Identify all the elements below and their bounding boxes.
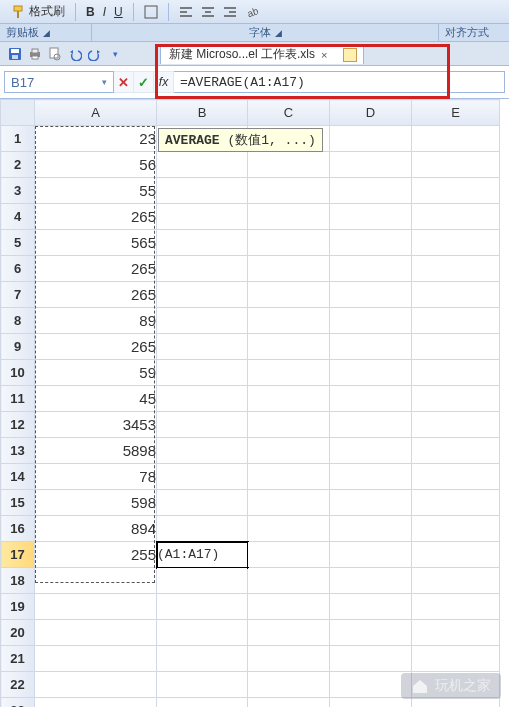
cell-E8[interactable] [412, 308, 500, 334]
cell-D16[interactable] [330, 516, 412, 542]
cell-A6[interactable]: 265 [35, 256, 157, 282]
cell-C4[interactable] [248, 204, 330, 230]
print-preview-button[interactable] [46, 45, 64, 63]
row-header-18[interactable]: 18 [1, 568, 35, 594]
cell-C7[interactable] [248, 282, 330, 308]
cell-C22[interactable] [248, 672, 330, 698]
cell-E17[interactable] [412, 542, 500, 568]
cell-E19[interactable] [412, 594, 500, 620]
row-header-22[interactable]: 22 [1, 672, 35, 698]
cell-D20[interactable] [330, 620, 412, 646]
grid[interactable]: ABCDE12325635542655565626572658899265105… [0, 99, 500, 707]
cell-B10[interactable] [157, 360, 248, 386]
cell-B18[interactable] [157, 568, 248, 594]
undo-button[interactable] [66, 45, 84, 63]
cell-A23[interactable] [35, 698, 157, 708]
cell-D19[interactable] [330, 594, 412, 620]
row-header-14[interactable]: 14 [1, 464, 35, 490]
row-header-9[interactable]: 9 [1, 334, 35, 360]
row-header-12[interactable]: 12 [1, 412, 35, 438]
cell-C17[interactable] [248, 542, 330, 568]
underline-button[interactable]: U [110, 3, 127, 21]
cell-E21[interactable] [412, 646, 500, 672]
cell-A18[interactable] [35, 568, 157, 594]
cell-D17[interactable] [330, 542, 412, 568]
cell-C9[interactable] [248, 334, 330, 360]
cell-A15[interactable]: 598 [35, 490, 157, 516]
row-header-13[interactable]: 13 [1, 438, 35, 464]
cell-E10[interactable] [412, 360, 500, 386]
bold-button[interactable]: B [82, 3, 99, 21]
row-header-8[interactable]: 8 [1, 308, 35, 334]
cell-E9[interactable] [412, 334, 500, 360]
cell-C10[interactable] [248, 360, 330, 386]
cell-D4[interactable] [330, 204, 412, 230]
column-header-A[interactable]: A [35, 100, 157, 126]
cell-D8[interactable] [330, 308, 412, 334]
cell-A14[interactable]: 78 [35, 464, 157, 490]
save-button[interactable] [6, 45, 24, 63]
cell-D18[interactable] [330, 568, 412, 594]
align-right-button[interactable] [219, 3, 241, 21]
row-header-20[interactable]: 20 [1, 620, 35, 646]
cell-C6[interactable] [248, 256, 330, 282]
row-header-2[interactable]: 2 [1, 152, 35, 178]
row-header-1[interactable]: 1 [1, 126, 35, 152]
row-header-5[interactable]: 5 [1, 230, 35, 256]
cell-D2[interactable] [330, 152, 412, 178]
cell-C12[interactable] [248, 412, 330, 438]
cell-A1[interactable]: 23 [35, 126, 157, 152]
align-left-button[interactable] [175, 3, 197, 21]
cell-D1[interactable] [330, 126, 412, 152]
print-button[interactable] [26, 45, 44, 63]
cell-A21[interactable] [35, 646, 157, 672]
row-header-3[interactable]: 3 [1, 178, 35, 204]
name-box[interactable]: B17 ▾ [4, 71, 114, 93]
cell-A13[interactable]: 5898 [35, 438, 157, 464]
orientation-button[interactable]: ab [241, 3, 263, 21]
cell-E18[interactable] [412, 568, 500, 594]
cell-C5[interactable] [248, 230, 330, 256]
group-clipboard[interactable]: 剪贴板 ◢ [0, 24, 92, 41]
cell-A20[interactable] [35, 620, 157, 646]
border-button[interactable] [140, 3, 162, 21]
cell-D5[interactable] [330, 230, 412, 256]
row-header-10[interactable]: 10 [1, 360, 35, 386]
qat-dropdown[interactable]: ▾ [106, 45, 124, 63]
cell-B5[interactable] [157, 230, 248, 256]
cell-B4[interactable] [157, 204, 248, 230]
cell-B11[interactable] [157, 386, 248, 412]
row-header-11[interactable]: 11 [1, 386, 35, 412]
cell-C15[interactable] [248, 490, 330, 516]
cell-B13[interactable] [157, 438, 248, 464]
italic-button[interactable]: I [99, 3, 110, 21]
cell-E7[interactable] [412, 282, 500, 308]
cell-D10[interactable] [330, 360, 412, 386]
formula-input[interactable]: =AVERAGE(A1:A17) [174, 71, 505, 93]
cell-E14[interactable] [412, 464, 500, 490]
cell-E12[interactable] [412, 412, 500, 438]
cell-D15[interactable] [330, 490, 412, 516]
cell-D12[interactable] [330, 412, 412, 438]
cell-B16[interactable] [157, 516, 248, 542]
cell-C18[interactable] [248, 568, 330, 594]
cell-C20[interactable] [248, 620, 330, 646]
cell-A11[interactable]: 45 [35, 386, 157, 412]
cell-A4[interactable]: 265 [35, 204, 157, 230]
cell-A5[interactable]: 565 [35, 230, 157, 256]
column-header-E[interactable]: E [412, 100, 500, 126]
cell-E16[interactable] [412, 516, 500, 542]
enter-formula-button[interactable]: ✓ [134, 71, 154, 93]
row-header-17[interactable]: 17 [1, 542, 35, 568]
cell-E11[interactable] [412, 386, 500, 412]
cell-A19[interactable] [35, 594, 157, 620]
cell-B8[interactable] [157, 308, 248, 334]
cell-C11[interactable] [248, 386, 330, 412]
cell-D3[interactable] [330, 178, 412, 204]
cell-A3[interactable]: 55 [35, 178, 157, 204]
group-font[interactable]: 字体 ◢ [92, 24, 439, 41]
cell-D23[interactable] [330, 698, 412, 708]
cell-A12[interactable]: 3453 [35, 412, 157, 438]
document-tab[interactable]: 新建 Microso...el 工作表.xls × [160, 44, 364, 64]
format-painter-button[interactable]: 格式刷 [8, 1, 69, 22]
